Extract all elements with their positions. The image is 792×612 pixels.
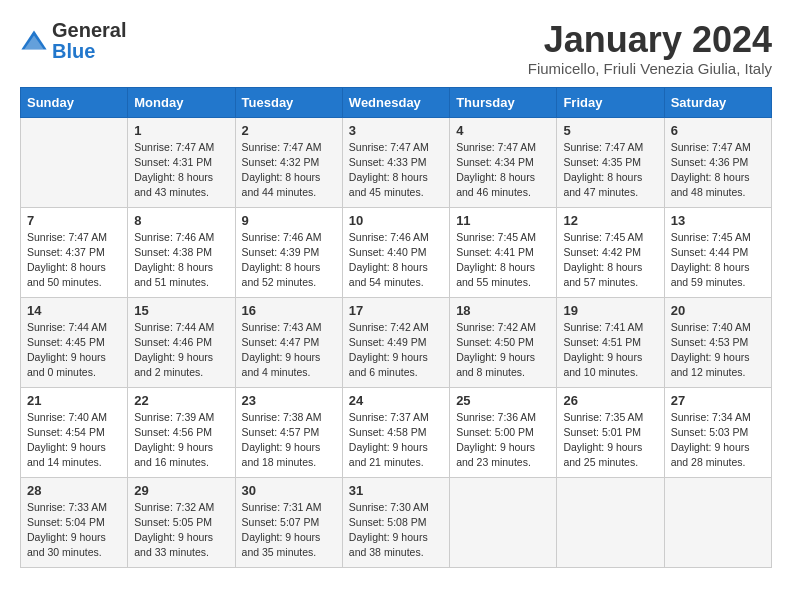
day-number: 2 [242, 123, 336, 138]
day-number: 13 [671, 213, 765, 228]
day-number: 20 [671, 303, 765, 318]
logo-blue: Blue [52, 40, 95, 62]
col-header-wednesday: Wednesday [342, 87, 449, 117]
day-number: 21 [27, 393, 121, 408]
day-detail: Sunrise: 7:47 AMSunset: 4:33 PMDaylight:… [349, 140, 443, 201]
day-detail: Sunrise: 7:47 AMSunset: 4:34 PMDaylight:… [456, 140, 550, 201]
day-number: 1 [134, 123, 228, 138]
day-detail: Sunrise: 7:46 AMSunset: 4:40 PMDaylight:… [349, 230, 443, 291]
day-detail: Sunrise: 7:47 AMSunset: 4:35 PMDaylight:… [563, 140, 657, 201]
day-detail: Sunrise: 7:34 AMSunset: 5:03 PMDaylight:… [671, 410, 765, 471]
day-number: 31 [349, 483, 443, 498]
day-cell: 31Sunrise: 7:30 AMSunset: 5:08 PMDayligh… [342, 477, 449, 567]
day-detail: Sunrise: 7:44 AMSunset: 4:46 PMDaylight:… [134, 320, 228, 381]
day-cell: 9Sunrise: 7:46 AMSunset: 4:39 PMDaylight… [235, 207, 342, 297]
day-number: 14 [27, 303, 121, 318]
day-cell: 11Sunrise: 7:45 AMSunset: 4:41 PMDayligh… [450, 207, 557, 297]
day-cell: 28Sunrise: 7:33 AMSunset: 5:04 PMDayligh… [21, 477, 128, 567]
day-detail: Sunrise: 7:41 AMSunset: 4:51 PMDaylight:… [563, 320, 657, 381]
logo-general: General [52, 19, 126, 41]
day-number: 7 [27, 213, 121, 228]
day-cell: 1Sunrise: 7:47 AMSunset: 4:31 PMDaylight… [128, 117, 235, 207]
day-cell: 21Sunrise: 7:40 AMSunset: 4:54 PMDayligh… [21, 387, 128, 477]
day-number: 18 [456, 303, 550, 318]
day-number: 3 [349, 123, 443, 138]
day-detail: Sunrise: 7:38 AMSunset: 4:57 PMDaylight:… [242, 410, 336, 471]
day-detail: Sunrise: 7:35 AMSunset: 5:01 PMDaylight:… [563, 410, 657, 471]
day-number: 6 [671, 123, 765, 138]
day-cell: 7Sunrise: 7:47 AMSunset: 4:37 PMDaylight… [21, 207, 128, 297]
title-area: January 2024 Fiumicello, Friuli Venezia … [528, 20, 772, 77]
day-detail: Sunrise: 7:30 AMSunset: 5:08 PMDaylight:… [349, 500, 443, 561]
calendar-table: SundayMondayTuesdayWednesdayThursdayFrid… [20, 87, 772, 568]
day-detail: Sunrise: 7:31 AMSunset: 5:07 PMDaylight:… [242, 500, 336, 561]
day-cell: 25Sunrise: 7:36 AMSunset: 5:00 PMDayligh… [450, 387, 557, 477]
day-cell: 26Sunrise: 7:35 AMSunset: 5:01 PMDayligh… [557, 387, 664, 477]
day-number: 22 [134, 393, 228, 408]
day-number: 19 [563, 303, 657, 318]
week-row-5: 28Sunrise: 7:33 AMSunset: 5:04 PMDayligh… [21, 477, 772, 567]
day-number: 11 [456, 213, 550, 228]
day-detail: Sunrise: 7:47 AMSunset: 4:37 PMDaylight:… [27, 230, 121, 291]
day-detail: Sunrise: 7:43 AMSunset: 4:47 PMDaylight:… [242, 320, 336, 381]
day-detail: Sunrise: 7:33 AMSunset: 5:04 PMDaylight:… [27, 500, 121, 561]
day-number: 28 [27, 483, 121, 498]
day-cell [664, 477, 771, 567]
day-detail: Sunrise: 7:45 AMSunset: 4:44 PMDaylight:… [671, 230, 765, 291]
day-number: 29 [134, 483, 228, 498]
day-cell: 17Sunrise: 7:42 AMSunset: 4:49 PMDayligh… [342, 297, 449, 387]
day-cell: 12Sunrise: 7:45 AMSunset: 4:42 PMDayligh… [557, 207, 664, 297]
col-header-thursday: Thursday [450, 87, 557, 117]
day-cell: 24Sunrise: 7:37 AMSunset: 4:58 PMDayligh… [342, 387, 449, 477]
day-cell: 29Sunrise: 7:32 AMSunset: 5:05 PMDayligh… [128, 477, 235, 567]
day-number: 26 [563, 393, 657, 408]
day-number: 8 [134, 213, 228, 228]
day-number: 5 [563, 123, 657, 138]
day-detail: Sunrise: 7:45 AMSunset: 4:42 PMDaylight:… [563, 230, 657, 291]
day-detail: Sunrise: 7:46 AMSunset: 4:39 PMDaylight:… [242, 230, 336, 291]
day-number: 16 [242, 303, 336, 318]
day-number: 12 [563, 213, 657, 228]
day-cell: 15Sunrise: 7:44 AMSunset: 4:46 PMDayligh… [128, 297, 235, 387]
day-detail: Sunrise: 7:40 AMSunset: 4:54 PMDaylight:… [27, 410, 121, 471]
day-cell: 30Sunrise: 7:31 AMSunset: 5:07 PMDayligh… [235, 477, 342, 567]
day-detail: Sunrise: 7:39 AMSunset: 4:56 PMDaylight:… [134, 410, 228, 471]
day-number: 24 [349, 393, 443, 408]
day-detail: Sunrise: 7:32 AMSunset: 5:05 PMDaylight:… [134, 500, 228, 561]
day-detail: Sunrise: 7:47 AMSunset: 4:32 PMDaylight:… [242, 140, 336, 201]
location-title: Fiumicello, Friuli Venezia Giulia, Italy [528, 60, 772, 77]
week-row-1: 1Sunrise: 7:47 AMSunset: 4:31 PMDaylight… [21, 117, 772, 207]
day-detail: Sunrise: 7:42 AMSunset: 4:49 PMDaylight:… [349, 320, 443, 381]
day-number: 9 [242, 213, 336, 228]
day-cell [557, 477, 664, 567]
day-cell: 16Sunrise: 7:43 AMSunset: 4:47 PMDayligh… [235, 297, 342, 387]
day-cell: 13Sunrise: 7:45 AMSunset: 4:44 PMDayligh… [664, 207, 771, 297]
day-cell: 10Sunrise: 7:46 AMSunset: 4:40 PMDayligh… [342, 207, 449, 297]
day-cell [450, 477, 557, 567]
day-number: 27 [671, 393, 765, 408]
day-detail: Sunrise: 7:46 AMSunset: 4:38 PMDaylight:… [134, 230, 228, 291]
col-header-saturday: Saturday [664, 87, 771, 117]
day-cell: 5Sunrise: 7:47 AMSunset: 4:35 PMDaylight… [557, 117, 664, 207]
day-number: 23 [242, 393, 336, 408]
day-cell: 3Sunrise: 7:47 AMSunset: 4:33 PMDaylight… [342, 117, 449, 207]
logo: General Blue [20, 20, 126, 62]
day-detail: Sunrise: 7:47 AMSunset: 4:31 PMDaylight:… [134, 140, 228, 201]
col-header-tuesday: Tuesday [235, 87, 342, 117]
page-header: General Blue January 2024 Fiumicello, Fr… [20, 20, 772, 77]
day-detail: Sunrise: 7:42 AMSunset: 4:50 PMDaylight:… [456, 320, 550, 381]
col-header-monday: Monday [128, 87, 235, 117]
day-detail: Sunrise: 7:37 AMSunset: 4:58 PMDaylight:… [349, 410, 443, 471]
logo-icon [20, 27, 48, 55]
day-detail: Sunrise: 7:44 AMSunset: 4:45 PMDaylight:… [27, 320, 121, 381]
week-row-4: 21Sunrise: 7:40 AMSunset: 4:54 PMDayligh… [21, 387, 772, 477]
day-cell: 4Sunrise: 7:47 AMSunset: 4:34 PMDaylight… [450, 117, 557, 207]
col-header-friday: Friday [557, 87, 664, 117]
month-title: January 2024 [528, 20, 772, 60]
day-detail: Sunrise: 7:36 AMSunset: 5:00 PMDaylight:… [456, 410, 550, 471]
day-cell: 19Sunrise: 7:41 AMSunset: 4:51 PMDayligh… [557, 297, 664, 387]
header-row: SundayMondayTuesdayWednesdayThursdayFrid… [21, 87, 772, 117]
day-cell: 27Sunrise: 7:34 AMSunset: 5:03 PMDayligh… [664, 387, 771, 477]
day-cell: 18Sunrise: 7:42 AMSunset: 4:50 PMDayligh… [450, 297, 557, 387]
day-detail: Sunrise: 7:45 AMSunset: 4:41 PMDaylight:… [456, 230, 550, 291]
